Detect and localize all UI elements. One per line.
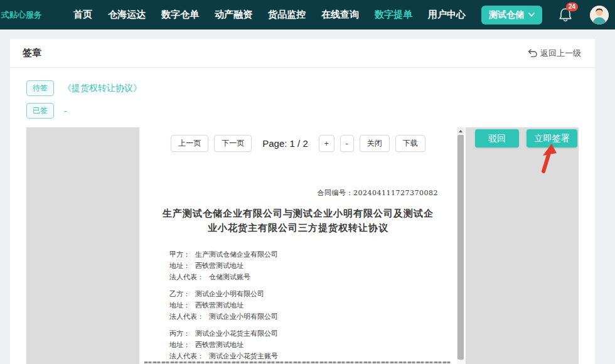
party-c-address-label: 地址： — [169, 341, 190, 349]
pdf-scrollbar[interactable] — [457, 127, 464, 364]
pdf-page: 上一页 下一页 Page: 1 / 2 + - 关闭 下载 合同编号：20240… — [139, 127, 457, 364]
nav-item-online-query[interactable]: 在线查询 — [321, 9, 359, 21]
account-dropdown-button[interactable]: 测试仓储 — [481, 6, 542, 24]
party-a-name: 生产测试仓储企业有限公司 — [195, 250, 278, 259]
agreement-document-link[interactable]: 《提货权转让协议》 — [63, 83, 142, 94]
nav-menu: 首页 仓海运达 数字仓单 动产融资 货品监控 在线查询 数字提单 用户中心 测试… — [73, 0, 609, 29]
signed-row: 已签 - — [26, 103, 595, 119]
contract-number: 合同编号：202404111727370082 — [318, 188, 438, 198]
clipped-text-line — [144, 361, 451, 363]
contract-parties: 甲方：生产测试仓储企业有限公司 地址：西铁营测试地址 法人代表：仓储测试账号 乙… — [169, 249, 278, 364]
viewer-right-panel: 驳回 立即签署 — [466, 127, 579, 364]
account-name: 测试仓储 — [489, 9, 524, 21]
pending-status-tag: 待签 — [26, 80, 54, 96]
contract-title-line2: 业小花货主有限公司三方提货权转让协议 — [156, 221, 441, 235]
contract-number-value: 202404111727370082 — [353, 189, 438, 197]
nav-item-canghai-yunda[interactable]: 仓海运达 — [108, 9, 146, 21]
party-a-role: 甲方： — [169, 250, 190, 259]
signature-page-card: 签章 返回上一级 待签 《提货权转让协议》 已签 - 上一页 下一页 Page: — [10, 39, 595, 364]
viewer-left-margin — [26, 127, 139, 364]
contract-document: 合同编号：202404111727370082 生产测试仓储企业有限公司与测试企… — [139, 127, 457, 364]
brand-text: 式贴心服务 — [1, 9, 42, 21]
nav-item-digital-bill-of-lading[interactable]: 数字提单 — [375, 9, 412, 21]
sign-now-button[interactable]: 立即签署 — [527, 129, 577, 147]
contract-title: 生产测试仓储企业有限公司与测试企业小明有限公司及测试企 业小花货主有限公司三方提… — [139, 206, 457, 235]
reject-button[interactable]: 驳回 — [475, 129, 519, 147]
party-c-address: 西铁营测试地址 — [195, 341, 243, 349]
party-c-rep-label: 法人代表： — [169, 352, 204, 360]
party-b-address-label: 地址： — [169, 301, 190, 309]
party-b-rep: 测试企业小明有限公司 — [209, 313, 278, 321]
party-a-address: 西铁营测试地址 — [195, 262, 243, 270]
party-c-role: 丙方： — [169, 329, 190, 338]
chevron-down-icon — [528, 13, 535, 17]
user-avatar[interactable] — [590, 6, 609, 24]
party-c-name: 测试企业小花货主有限公司 — [195, 329, 278, 338]
party-a-rep-label: 法人代表： — [169, 273, 204, 281]
nav-item-user-center[interactable]: 用户中心 — [428, 9, 466, 21]
contract-number-label: 合同编号： — [318, 189, 354, 197]
party-a-block: 甲方：生产测试仓储企业有限公司 地址：西铁营测试地址 法人代表：仓储测试账号 — [169, 249, 278, 283]
scrollbar-thumb[interactable] — [457, 135, 464, 360]
contract-title-line1: 生产测试仓储企业有限公司与测试企业小明有限公司及测试企 — [156, 206, 441, 221]
app-window: 式贴心服务 首页 仓海运达 数字仓单 动产融资 货品监控 在线查询 数字提单 用… — [0, 0, 615, 364]
top-navbar: 式贴心服务 首页 仓海运达 数字仓单 动产融资 货品监控 在线查询 数字提单 用… — [0, 0, 615, 29]
back-link-label: 返回上一级 — [540, 48, 581, 59]
nav-item-digital-warehouse-receipt[interactable]: 数字仓单 — [161, 9, 199, 21]
party-b-rep-label: 法人代表： — [169, 313, 204, 321]
nav-item-goods-monitoring[interactable]: 货品监控 — [268, 9, 306, 21]
back-to-previous-link[interactable]: 返回上一级 — [527, 48, 581, 59]
card-header: 签章 返回上一级 — [10, 39, 595, 68]
avatar-person-icon — [590, 6, 609, 24]
signed-value: - — [64, 106, 67, 116]
party-c-block: 丙方：测试企业小花货主有限公司 地址：西铁营测试地址 法人代表：测试企业小花货主… — [169, 328, 278, 362]
notification-count-badge: 24 — [566, 3, 578, 11]
back-arrow-icon — [527, 48, 538, 58]
pending-sign-row: 待签 《提货权转让协议》 — [26, 80, 595, 96]
party-c-rep: 测试企业小花货主账号 — [209, 352, 278, 360]
nav-item-home[interactable]: 首页 — [73, 9, 92, 21]
party-a-rep: 仓储测试账号 — [209, 273, 250, 281]
page-title: 签章 — [23, 47, 41, 59]
party-b-block: 乙方：测试企业小明有限公司 地址：西铁营测试地址 法人代表：测试企业小明有限公司 — [169, 289, 278, 323]
notification-bell[interactable]: 24 — [558, 7, 574, 23]
party-a-address-label: 地址： — [169, 262, 190, 270]
scroll-up-arrow-icon[interactable] — [457, 127, 464, 134]
party-b-name: 测试企业小明有限公司 — [195, 290, 264, 298]
nav-item-chattel-financing[interactable]: 动产融资 — [215, 9, 252, 21]
signed-status-tag: 已签 — [26, 103, 54, 119]
party-b-role: 乙方： — [169, 290, 190, 298]
party-b-address: 西铁营测试地址 — [195, 301, 243, 309]
